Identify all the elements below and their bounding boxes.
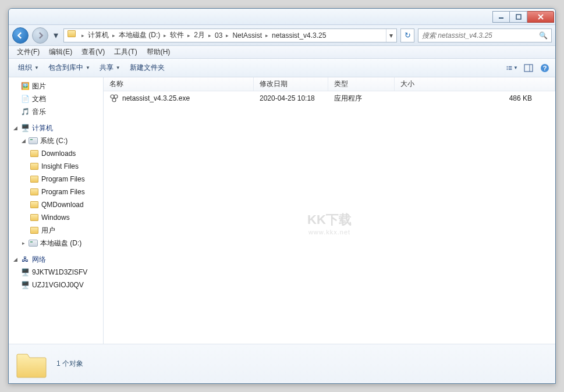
include-button[interactable]: 包含到库中▼ (44, 60, 95, 75)
col-type[interactable]: 类型 (328, 77, 395, 91)
address-bar[interactable]: ▸ 计算机 ▸ 本地磁盘 (D:) ▸ 软件 ▸ 2月 ▸ 03 ▸ NetAs… (63, 28, 397, 42)
tree-folder[interactable]: Windows (9, 211, 103, 224)
tree-folder[interactable]: Insight Files (9, 160, 103, 173)
expand-icon[interactable]: ◢ (12, 256, 18, 262)
folder-icon (68, 30, 78, 41)
svg-rect-1 (516, 15, 521, 19)
crumb-0[interactable]: 计算机 (86, 30, 111, 40)
svg-rect-6 (507, 67, 508, 68)
crumb-5[interactable]: NetAssist (230, 31, 264, 40)
file-size: 486 KB (395, 94, 555, 102)
address-dropdown[interactable]: ▾ (386, 29, 395, 42)
search-icon[interactable]: 🔍 (539, 31, 548, 40)
tree-music[interactable]: 🎵音乐 (9, 105, 103, 118)
watermark-main: KK下载 (307, 211, 352, 229)
tree-label: Windows (41, 213, 70, 222)
file-type: 应用程序 (328, 94, 395, 104)
file-row[interactable]: netassist_v4.3.25.exe 2020-04-25 10:18 应… (104, 91, 555, 105)
forward-button[interactable] (32, 27, 48, 44)
expand-icon[interactable]: ◢ (12, 125, 18, 131)
preview-pane-button[interactable] (523, 62, 534, 74)
newfolder-button[interactable]: 新建文件夹 (125, 60, 169, 75)
tree-computer[interactable]: ◢🖥️计算机 (9, 122, 103, 134)
crumb-1[interactable]: 本地磁盘 (D:) (116, 30, 162, 40)
tree-drive-c[interactable]: ◢系统 (C:) (9, 134, 103, 147)
toolbar: 组织▼ 包含到库中▼ 共享▼ 新建文件夹 ▼ ? (9, 59, 555, 77)
tree-label: 计算机 (32, 123, 53, 133)
menu-tools[interactable]: 工具(T) (109, 46, 141, 58)
svg-point-14 (111, 95, 114, 98)
nav-tree[interactable]: 🖼️图片 📄文档 🎵音乐 ◢🖥️计算机 ◢系统 (C:) Downloads I… (9, 77, 104, 344)
col-modified[interactable]: 修改日期 (254, 77, 328, 91)
computer-icon: 🖥️ (20, 123, 30, 133)
share-button[interactable]: 共享▼ (95, 60, 125, 75)
svg-point-16 (112, 98, 116, 102)
tree-label: UZJ1VGIOJ0QV (32, 281, 84, 289)
maximize-button[interactable] (510, 11, 527, 23)
tree-network[interactable]: ◢🖧网络 (9, 253, 103, 266)
titlebar[interactable] (9, 9, 555, 25)
tree-network-node[interactable]: 🖥️UZJ1VGIOJ0QV (9, 279, 103, 291)
chevron-down-icon: ▼ (34, 65, 39, 70)
tree-drive-d[interactable]: ▸本地磁盘 (D:) (9, 237, 103, 250)
tree-label: 用户 (41, 226, 55, 236)
chevron-right-icon[interactable]: ▸ (225, 33, 230, 38)
back-button[interactable] (12, 27, 29, 44)
tree-folder[interactable]: Program Files (9, 173, 103, 186)
pc-icon: 🖥️ (20, 268, 30, 277)
chevron-right-icon[interactable]: ▸ (162, 33, 168, 38)
crumb-6[interactable]: netassist_v4.3.25 (269, 31, 328, 40)
music-icon: 🎵 (20, 107, 30, 116)
tree-network-node[interactable]: 🖥️9JKTW1D3ZISFV (9, 266, 103, 279)
status-count: 1 个对象 (56, 359, 83, 369)
tree-folder[interactable]: Program Files (9, 186, 103, 198)
search-input[interactable] (422, 31, 537, 40)
svg-rect-9 (509, 69, 512, 69)
crumb-4[interactable]: 03 (212, 31, 225, 40)
tree-folder[interactable]: QMDownload (9, 198, 103, 211)
menu-file[interactable]: 文件(F) (12, 46, 44, 58)
expand-icon[interactable]: ◢ (20, 138, 26, 144)
tree-folder[interactable]: Downloads (9, 147, 103, 160)
close-button[interactable] (527, 11, 554, 23)
folder-large-icon (15, 350, 48, 379)
chevron-right-icon[interactable]: ▸ (111, 33, 116, 38)
watermark-sub: www.kkx.net (307, 229, 352, 236)
window-controls (492, 11, 554, 23)
chevron-right-icon[interactable]: ▸ (186, 33, 191, 38)
nav-history-dropdown[interactable]: ▾ (52, 29, 60, 42)
tree-pictures[interactable]: 🖼️图片 (9, 80, 103, 92)
view-options-button[interactable]: ▼ (506, 62, 518, 74)
folder-icon (30, 200, 39, 209)
search-box[interactable]: 🔍 (418, 28, 552, 42)
refresh-button[interactable]: ↻ (400, 28, 414, 42)
expand-icon[interactable]: ▸ (20, 240, 26, 246)
file-modified: 2020-04-25 10:18 (254, 94, 328, 102)
col-name[interactable]: 名称 (104, 77, 254, 91)
crumb-2[interactable]: 软件 (168, 30, 186, 40)
chevron-right-icon[interactable]: ▸ (264, 33, 269, 38)
svg-rect-4 (507, 66, 508, 66)
crumb-3[interactable]: 2月 (191, 30, 207, 40)
help-button[interactable]: ? (539, 62, 551, 74)
menu-edit[interactable]: 编辑(E) (44, 46, 77, 58)
organize-button[interactable]: 组织▼ (13, 60, 44, 75)
svg-rect-5 (509, 66, 512, 66)
col-size[interactable]: 大小 (395, 77, 555, 91)
chevron-right-icon[interactable]: ▸ (80, 33, 86, 38)
status-bar: 1 个对象 (9, 344, 555, 383)
tree-label: 网络 (32, 255, 46, 265)
organize-label: 组织 (18, 63, 32, 73)
svg-rect-8 (507, 69, 508, 69)
chevron-right-icon[interactable]: ▸ (207, 33, 212, 38)
file-list[interactable]: 名称 修改日期 类型 大小 netassist_v4.3.25.exe 2020… (104, 77, 555, 344)
minimize-button[interactable] (492, 11, 510, 23)
content-body: 🖼️图片 📄文档 🎵音乐 ◢🖥️计算机 ◢系统 (C:) Downloads I… (9, 77, 555, 344)
tree-folder[interactable]: 用户 (9, 224, 103, 237)
exe-icon (109, 94, 119, 103)
svg-rect-10 (524, 65, 533, 72)
menu-view[interactable]: 查看(V) (77, 46, 109, 58)
tree-documents[interactable]: 📄文档 (9, 92, 103, 105)
tree-label: 文档 (32, 94, 46, 104)
menu-help[interactable]: 帮助(H) (142, 46, 175, 58)
